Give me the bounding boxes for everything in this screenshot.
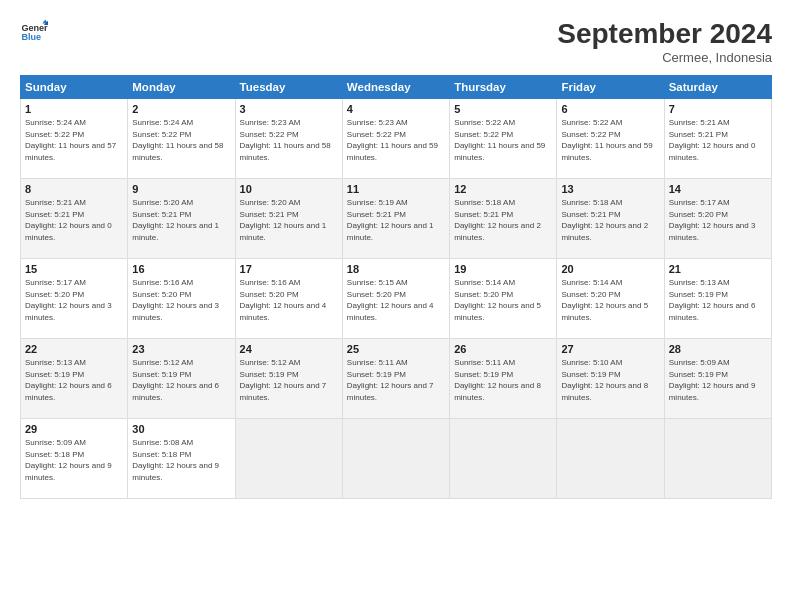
table-row: 1Sunrise: 5:24 AMSunset: 5:22 PMDaylight… (21, 99, 128, 179)
table-row (450, 419, 557, 499)
svg-text:General: General (21, 23, 48, 33)
col-header-saturday: Saturday (664, 76, 771, 99)
day-number: 7 (669, 103, 767, 115)
table-row: 15Sunrise: 5:17 AMSunset: 5:20 PMDayligh… (21, 259, 128, 339)
col-header-tuesday: Tuesday (235, 76, 342, 99)
day-info: Sunrise: 5:14 AMSunset: 5:20 PMDaylight:… (454, 277, 552, 323)
day-info: Sunrise: 5:08 AMSunset: 5:18 PMDaylight:… (132, 437, 230, 483)
table-row (235, 419, 342, 499)
day-number: 18 (347, 263, 445, 275)
day-number: 12 (454, 183, 552, 195)
table-row: 30Sunrise: 5:08 AMSunset: 5:18 PMDayligh… (128, 419, 235, 499)
col-header-friday: Friday (557, 76, 664, 99)
day-info: Sunrise: 5:14 AMSunset: 5:20 PMDaylight:… (561, 277, 659, 323)
table-row (557, 419, 664, 499)
day-info: Sunrise: 5:23 AMSunset: 5:22 PMDaylight:… (240, 117, 338, 163)
day-number: 8 (25, 183, 123, 195)
table-row: 12Sunrise: 5:18 AMSunset: 5:21 PMDayligh… (450, 179, 557, 259)
day-number: 26 (454, 343, 552, 355)
day-number: 24 (240, 343, 338, 355)
day-info: Sunrise: 5:22 AMSunset: 5:22 PMDaylight:… (454, 117, 552, 163)
day-number: 30 (132, 423, 230, 435)
table-row: 26Sunrise: 5:11 AMSunset: 5:19 PMDayligh… (450, 339, 557, 419)
day-number: 13 (561, 183, 659, 195)
day-number: 14 (669, 183, 767, 195)
day-info: Sunrise: 5:18 AMSunset: 5:21 PMDaylight:… (454, 197, 552, 243)
day-number: 25 (347, 343, 445, 355)
col-header-wednesday: Wednesday (342, 76, 449, 99)
table-row: 5Sunrise: 5:22 AMSunset: 5:22 PMDaylight… (450, 99, 557, 179)
table-row: 10Sunrise: 5:20 AMSunset: 5:21 PMDayligh… (235, 179, 342, 259)
table-row: 17Sunrise: 5:16 AMSunset: 5:20 PMDayligh… (235, 259, 342, 339)
day-number: 28 (669, 343, 767, 355)
table-row: 6Sunrise: 5:22 AMSunset: 5:22 PMDaylight… (557, 99, 664, 179)
title-block: September 2024 Cermee, Indonesia (557, 18, 772, 65)
calendar: SundayMondayTuesdayWednesdayThursdayFrid… (20, 75, 772, 499)
day-number: 21 (669, 263, 767, 275)
day-info: Sunrise: 5:16 AMSunset: 5:20 PMDaylight:… (240, 277, 338, 323)
table-row: 20Sunrise: 5:14 AMSunset: 5:20 PMDayligh… (557, 259, 664, 339)
table-row: 14Sunrise: 5:17 AMSunset: 5:20 PMDayligh… (664, 179, 771, 259)
table-row: 11Sunrise: 5:19 AMSunset: 5:21 PMDayligh… (342, 179, 449, 259)
month-title: September 2024 (557, 18, 772, 50)
day-info: Sunrise: 5:09 AMSunset: 5:19 PMDaylight:… (669, 357, 767, 403)
table-row: 29Sunrise: 5:09 AMSunset: 5:18 PMDayligh… (21, 419, 128, 499)
day-number: 6 (561, 103, 659, 115)
day-info: Sunrise: 5:19 AMSunset: 5:21 PMDaylight:… (347, 197, 445, 243)
day-info: Sunrise: 5:22 AMSunset: 5:22 PMDaylight:… (561, 117, 659, 163)
table-row: 27Sunrise: 5:10 AMSunset: 5:19 PMDayligh… (557, 339, 664, 419)
day-info: Sunrise: 5:15 AMSunset: 5:20 PMDaylight:… (347, 277, 445, 323)
day-info: Sunrise: 5:21 AMSunset: 5:21 PMDaylight:… (669, 117, 767, 163)
table-row: 3Sunrise: 5:23 AMSunset: 5:22 PMDaylight… (235, 99, 342, 179)
day-info: Sunrise: 5:16 AMSunset: 5:20 PMDaylight:… (132, 277, 230, 323)
table-row (664, 419, 771, 499)
day-info: Sunrise: 5:11 AMSunset: 5:19 PMDaylight:… (347, 357, 445, 403)
day-number: 3 (240, 103, 338, 115)
table-row: 18Sunrise: 5:15 AMSunset: 5:20 PMDayligh… (342, 259, 449, 339)
day-number: 19 (454, 263, 552, 275)
day-info: Sunrise: 5:24 AMSunset: 5:22 PMDaylight:… (132, 117, 230, 163)
day-number: 2 (132, 103, 230, 115)
day-number: 4 (347, 103, 445, 115)
day-info: Sunrise: 5:20 AMSunset: 5:21 PMDaylight:… (132, 197, 230, 243)
day-info: Sunrise: 5:13 AMSunset: 5:19 PMDaylight:… (25, 357, 123, 403)
day-number: 1 (25, 103, 123, 115)
table-row: 9Sunrise: 5:20 AMSunset: 5:21 PMDaylight… (128, 179, 235, 259)
day-number: 20 (561, 263, 659, 275)
day-info: Sunrise: 5:12 AMSunset: 5:19 PMDaylight:… (132, 357, 230, 403)
table-row (342, 419, 449, 499)
table-row: 19Sunrise: 5:14 AMSunset: 5:20 PMDayligh… (450, 259, 557, 339)
day-number: 23 (132, 343, 230, 355)
day-number: 22 (25, 343, 123, 355)
day-info: Sunrise: 5:12 AMSunset: 5:19 PMDaylight:… (240, 357, 338, 403)
col-header-thursday: Thursday (450, 76, 557, 99)
table-row: 28Sunrise: 5:09 AMSunset: 5:19 PMDayligh… (664, 339, 771, 419)
day-number: 11 (347, 183, 445, 195)
table-row: 25Sunrise: 5:11 AMSunset: 5:19 PMDayligh… (342, 339, 449, 419)
day-number: 17 (240, 263, 338, 275)
table-row: 7Sunrise: 5:21 AMSunset: 5:21 PMDaylight… (664, 99, 771, 179)
table-row: 22Sunrise: 5:13 AMSunset: 5:19 PMDayligh… (21, 339, 128, 419)
day-number: 27 (561, 343, 659, 355)
day-info: Sunrise: 5:24 AMSunset: 5:22 PMDaylight:… (25, 117, 123, 163)
day-number: 15 (25, 263, 123, 275)
col-header-sunday: Sunday (21, 76, 128, 99)
logo-icon: General Blue (20, 18, 48, 46)
logo: General Blue (20, 18, 48, 46)
table-row: 23Sunrise: 5:12 AMSunset: 5:19 PMDayligh… (128, 339, 235, 419)
day-info: Sunrise: 5:11 AMSunset: 5:19 PMDaylight:… (454, 357, 552, 403)
table-row: 8Sunrise: 5:21 AMSunset: 5:21 PMDaylight… (21, 179, 128, 259)
day-number: 10 (240, 183, 338, 195)
day-info: Sunrise: 5:13 AMSunset: 5:19 PMDaylight:… (669, 277, 767, 323)
day-info: Sunrise: 5:10 AMSunset: 5:19 PMDaylight:… (561, 357, 659, 403)
day-info: Sunrise: 5:09 AMSunset: 5:18 PMDaylight:… (25, 437, 123, 483)
day-info: Sunrise: 5:23 AMSunset: 5:22 PMDaylight:… (347, 117, 445, 163)
day-info: Sunrise: 5:18 AMSunset: 5:21 PMDaylight:… (561, 197, 659, 243)
day-info: Sunrise: 5:20 AMSunset: 5:21 PMDaylight:… (240, 197, 338, 243)
table-row: 13Sunrise: 5:18 AMSunset: 5:21 PMDayligh… (557, 179, 664, 259)
table-row: 24Sunrise: 5:12 AMSunset: 5:19 PMDayligh… (235, 339, 342, 419)
day-info: Sunrise: 5:17 AMSunset: 5:20 PMDaylight:… (25, 277, 123, 323)
day-info: Sunrise: 5:17 AMSunset: 5:20 PMDaylight:… (669, 197, 767, 243)
table-row: 16Sunrise: 5:16 AMSunset: 5:20 PMDayligh… (128, 259, 235, 339)
day-number: 16 (132, 263, 230, 275)
